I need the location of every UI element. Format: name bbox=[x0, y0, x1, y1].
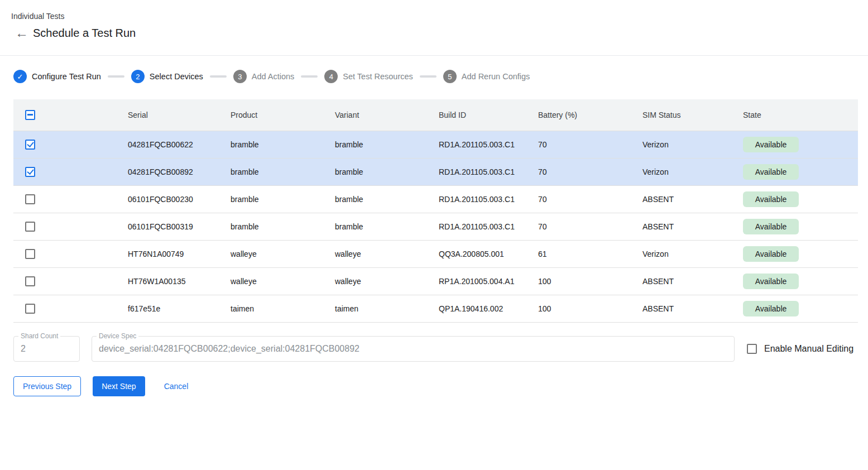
step-label: Select Devices bbox=[150, 72, 203, 81]
previous-step-button[interactable]: Previous Step bbox=[13, 376, 81, 396]
step-circle: 4 bbox=[324, 70, 338, 83]
cell-serial: 06101FQCB00230 bbox=[128, 185, 231, 213]
row-checkbox[interactable] bbox=[25, 249, 35, 259]
stepper-step-set-test-resources[interactable]: 4 Set Test Resources bbox=[324, 70, 413, 83]
cell-variant: walleye bbox=[335, 240, 439, 267]
state-badge: Available bbox=[743, 274, 799, 289]
cell-battery: 61 bbox=[538, 240, 642, 267]
device-table-row[interactable]: 04281FQCB00622 bramble bramble RD1A.2011… bbox=[13, 131, 858, 158]
cell-state: Available bbox=[743, 267, 858, 295]
cell-state: Available bbox=[743, 131, 858, 158]
back-arrow-icon[interactable]: ← bbox=[15, 26, 30, 40]
breadcrumb: Individual Tests bbox=[11, 12, 855, 21]
device-table: Serial Product Variant Build ID Battery … bbox=[13, 99, 858, 323]
cell-sim-status: Verizon bbox=[642, 240, 743, 267]
row-checkbox[interactable] bbox=[25, 276, 35, 286]
cell-sim-status: Verizon bbox=[642, 131, 743, 158]
stepper-step-add-actions[interactable]: 3 Add Actions bbox=[233, 70, 295, 83]
table-header-row: Serial Product Variant Build ID Battery … bbox=[13, 99, 858, 131]
cell-battery: 100 bbox=[538, 267, 642, 295]
cell-product: bramble bbox=[231, 131, 335, 158]
cell-state: Available bbox=[743, 295, 858, 322]
device-table-row[interactable]: HT76N1A00749 walleye walleye QQ3A.200805… bbox=[13, 240, 858, 267]
state-badge: Available bbox=[743, 219, 799, 234]
cell-state: Available bbox=[743, 213, 858, 240]
enable-manual-editing-label: Enable Manual Editing bbox=[764, 344, 853, 354]
row-checkbox[interactable] bbox=[25, 304, 35, 314]
step-circle: 3 bbox=[233, 70, 247, 83]
cell-sim-status: ABSENT bbox=[642, 267, 743, 295]
cell-select bbox=[13, 185, 128, 213]
device-table-row[interactable]: f617e51e taimen taimen QP1A.190416.002 1… bbox=[13, 295, 858, 322]
state-badge: Available bbox=[743, 246, 799, 262]
step-connector bbox=[108, 75, 124, 78]
cell-build-id: RD1A.201105.003.C1 bbox=[439, 213, 538, 240]
cell-serial: HT76W1A00135 bbox=[128, 267, 231, 295]
cell-select bbox=[13, 267, 128, 295]
device-table-row[interactable]: HT76W1A00135 walleye walleye RP1A.201005… bbox=[13, 267, 858, 295]
cell-select bbox=[13, 295, 128, 322]
page-header: Individual Tests ← Schedule a Test Run bbox=[0, 0, 868, 40]
cell-serial: 04281FQCB00892 bbox=[128, 158, 231, 185]
cell-product: bramble bbox=[231, 185, 335, 213]
cell-serial: HT76N1A00749 bbox=[128, 240, 231, 267]
row-checkbox[interactable] bbox=[25, 140, 35, 150]
shard-count-label: Shard Count bbox=[18, 332, 60, 340]
device-table-row[interactable]: 06101FQCB00230 bramble bramble RD1A.2011… bbox=[13, 185, 858, 213]
cell-product: bramble bbox=[231, 158, 335, 185]
cell-select bbox=[13, 213, 128, 240]
cell-variant: walleye bbox=[335, 267, 439, 295]
header-cell-product: Product bbox=[231, 99, 335, 131]
cell-variant: taimen bbox=[335, 295, 439, 322]
enable-manual-editing[interactable]: Enable Manual Editing bbox=[747, 344, 853, 354]
row-checkbox[interactable] bbox=[25, 194, 35, 204]
header-cell-select bbox=[13, 99, 128, 131]
state-badge: Available bbox=[743, 137, 799, 152]
stepper-step-select-devices[interactable]: 2 Select Devices bbox=[131, 70, 203, 83]
header-cell-variant: Variant bbox=[335, 99, 439, 131]
step-connector bbox=[420, 75, 437, 78]
cell-battery: 100 bbox=[538, 295, 642, 322]
cell-variant: bramble bbox=[335, 158, 439, 185]
device-table-row[interactable]: 04281FQCB00892 bramble bramble RD1A.2011… bbox=[13, 158, 858, 185]
state-badge: Available bbox=[743, 301, 799, 316]
device-spec-label: Device Spec bbox=[97, 332, 138, 340]
cell-product: walleye bbox=[231, 267, 335, 295]
schedule-test-run-page: Individual Tests ← Schedule a Test Run ✓… bbox=[0, 0, 868, 396]
cell-variant: bramble bbox=[335, 213, 439, 240]
next-step-button[interactable]: Next Step bbox=[93, 376, 145, 396]
row-checkbox[interactable] bbox=[25, 167, 35, 177]
cell-battery: 70 bbox=[538, 185, 642, 213]
stepper-step-configure-test-run[interactable]: ✓ Configure Test Run bbox=[13, 70, 101, 83]
step-circle: 5 bbox=[443, 70, 457, 83]
title-row: ← Schedule a Test Run bbox=[15, 26, 855, 40]
cell-state: Available bbox=[743, 158, 858, 185]
shard-count-field[interactable]: Shard Count 2 bbox=[13, 336, 80, 362]
device-spec-field[interactable]: Device Spec device_serial:04281FQCB00622… bbox=[92, 336, 735, 362]
cell-build-id: RD1A.201105.003.C1 bbox=[439, 185, 538, 213]
header-cell-build-id: Build ID bbox=[439, 99, 538, 131]
shard-count-value: 2 bbox=[21, 344, 26, 354]
cell-build-id: QQ3A.200805.001 bbox=[439, 240, 538, 267]
page-title: Schedule a Test Run bbox=[33, 27, 136, 40]
enable-manual-editing-checkbox[interactable] bbox=[747, 344, 757, 354]
cell-build-id: RD1A.201105.003.C1 bbox=[439, 131, 538, 158]
cell-sim-status: ABSENT bbox=[642, 213, 743, 240]
stepper-step-add-rerun-configs[interactable]: 5 Add Rerun Configs bbox=[443, 70, 530, 83]
step-label: Add Rerun Configs bbox=[462, 72, 530, 81]
cell-build-id: RP1A.201005.004.A1 bbox=[439, 267, 538, 295]
step-circle: 2 bbox=[131, 70, 145, 83]
device-table-row[interactable]: 06101FQCB00319 bramble bramble RD1A.2011… bbox=[13, 213, 858, 240]
cell-sim-status: ABSENT bbox=[642, 295, 743, 322]
step-label: Set Test Resources bbox=[343, 72, 413, 81]
cell-sim-status: ABSENT bbox=[642, 185, 743, 213]
cancel-button[interactable]: Cancel bbox=[160, 376, 193, 396]
header-divider bbox=[0, 55, 868, 56]
form-row: Shard Count 2 Device Spec device_serial:… bbox=[13, 336, 855, 362]
cell-build-id: RD1A.201105.003.C1 bbox=[439, 158, 538, 185]
cell-build-id: QP1A.190416.002 bbox=[439, 295, 538, 322]
cell-product: bramble bbox=[231, 213, 335, 240]
row-checkbox[interactable] bbox=[25, 222, 35, 232]
select-all-checkbox[interactable] bbox=[25, 110, 35, 120]
step-connector bbox=[210, 75, 227, 78]
